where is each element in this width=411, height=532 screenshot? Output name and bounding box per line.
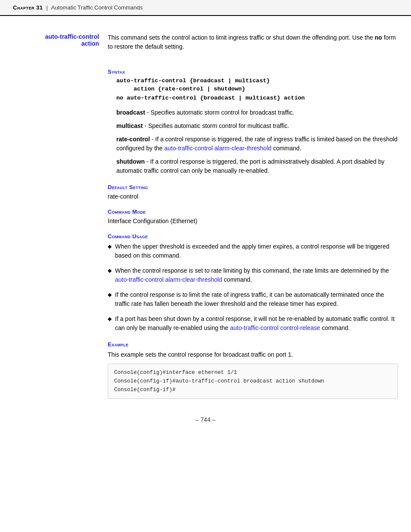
usage-item-1: When the upper threshold is exceeded and…: [108, 242, 398, 260]
example-heading: Example: [108, 341, 398, 348]
syntax-heading: Syntax: [108, 68, 398, 75]
command-action: action: [13, 40, 99, 47]
page-footer: – 744 –: [13, 416, 398, 423]
command-mode-value: Interface Configuration (Ethernet): [108, 218, 398, 224]
command-description: This command sets the control action to …: [108, 33, 398, 51]
description-pre: This command sets the control action to …: [108, 34, 373, 41]
usage-item-3: If the control response is to limit the …: [108, 290, 398, 308]
command-usage-heading: Command Usage: [108, 233, 398, 240]
param-multicast: multicast - Specifies automatic storm co…: [116, 121, 398, 131]
rate-control-link[interactable]: auto-traffic-control alarm-clear-thresho…: [164, 145, 271, 152]
syntax-line3: no auto-traffic-control {broadcast | mul…: [116, 95, 398, 101]
chapter-label: Chapter 31: [13, 4, 43, 11]
code-line-2: Console(config-if)#auto-traffic-control …: [114, 377, 392, 386]
usage-item-2: When the control response is set to rate…: [108, 266, 398, 284]
description-no: no: [375, 34, 382, 41]
param-shutdown: shutdown - If a control response is trig…: [116, 157, 398, 175]
default-setting-value: rate-control: [108, 193, 398, 200]
header-separator: |: [46, 4, 47, 11]
syntax-line2: action {rate-control | shutdown}: [134, 86, 398, 92]
param-broadcast: broadcast - Specifies automatic storm co…: [116, 108, 398, 117]
code-block: Console(config)#interface ethernet 1/1 C…: [108, 364, 398, 399]
default-setting-heading: Default Setting: [108, 184, 398, 190]
code-line-3: Console(config-if)#: [114, 386, 392, 394]
usage-link-2[interactable]: auto-traffic-control control-release: [230, 324, 320, 331]
usage-list: When the upper threshold is exceeded and…: [108, 242, 398, 333]
usage-link-1[interactable]: auto-traffic-control alarm-clear-thresho…: [115, 276, 222, 283]
param-rate-control: rate-control - If a control response is …: [116, 135, 398, 153]
header-title: Automatic Traffic Control Commands: [51, 4, 143, 11]
example-description: This example sets the control response f…: [108, 350, 398, 359]
code-line-1: Console(config)#interface ethernet 1/1: [114, 368, 392, 377]
usage-item-4: If a port has been shut down by a contro…: [108, 314, 398, 333]
command-mode-heading: Command Mode: [108, 208, 398, 215]
command-name: auto-traffic-control: [13, 33, 99, 40]
syntax-line1: auto-traffic-control {broadcast | multic…: [116, 78, 398, 84]
page-header: Chapter 31 | Automatic Traffic Control C…: [0, 0, 411, 16]
